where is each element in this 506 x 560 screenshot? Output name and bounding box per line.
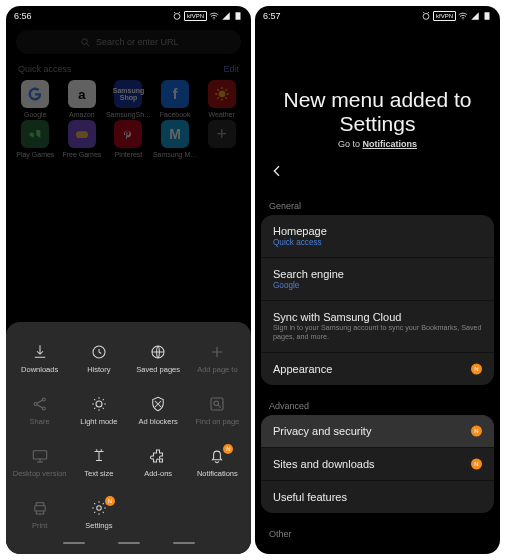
qa-item-freegames[interactable]: Free Games [59, 120, 106, 158]
google-icon [21, 80, 49, 108]
signal-icon [221, 11, 231, 21]
menu-label: Ad blockers [139, 417, 178, 426]
signal-icon [470, 11, 480, 21]
qa-label: Play Games [16, 151, 54, 158]
qa-item-samsungshop[interactable]: SamsungShop SamsungSh… [105, 80, 152, 118]
qa-item-samsung-members[interactable]: M Samsung M… [152, 120, 199, 158]
svg-point-0 [174, 13, 180, 19]
settings-row-search-engine[interactable]: Search engineGoogle [261, 257, 494, 300]
qa-add-shortcut[interactable]: + [198, 120, 245, 158]
settings-row-homepage[interactable]: HomepageQuick access [261, 215, 494, 257]
edit-link[interactable]: Edit [223, 64, 239, 74]
svg-point-14 [214, 401, 219, 406]
qa-item-playgames[interactable]: Play Games [12, 120, 59, 158]
new-badge: N [471, 458, 482, 469]
qa-item-google[interactable]: Google [12, 80, 59, 118]
svg-point-19 [463, 18, 464, 19]
addons-icon [149, 447, 167, 465]
row-title: Privacy and security [273, 425, 482, 437]
settings-headline: New menu added to Settings Go to Notific… [255, 22, 500, 157]
svg-point-9 [34, 403, 37, 406]
qa-label: Pinterest [115, 151, 143, 158]
quick-access-header: Quick access Edit [6, 62, 251, 80]
menu-label: Add page to [197, 365, 237, 374]
settings-row-privacy-and-security[interactable]: Privacy and securityN [261, 415, 494, 447]
status-bar: 6:57 kfVPN [255, 6, 500, 22]
svg-rect-2 [236, 12, 241, 20]
qa-label: Google [24, 111, 47, 118]
browser-home-dimmed: Search or enter URL Quick access Edit Go… [6, 22, 251, 158]
menu-item-print: Print [10, 488, 69, 540]
card-advanced: Privacy and securityNSites and downloads… [261, 415, 494, 513]
menu-item-addons[interactable]: Add-ons [129, 436, 188, 488]
new-badge: N [471, 363, 482, 374]
menu-item-share: Share [10, 384, 69, 436]
menu-label: Find on page [195, 417, 239, 426]
svg-point-11 [42, 407, 45, 410]
row-title: Sync with Samsung Cloud [273, 311, 482, 323]
menu-item-download[interactable]: Downloads [10, 332, 69, 384]
qa-item-weather[interactable]: Weather [198, 80, 245, 118]
saved-icon [149, 343, 167, 361]
menu-label: Share [30, 417, 50, 426]
battery-icon [233, 11, 243, 21]
menu-item-history[interactable]: History [69, 332, 128, 384]
menu-label: Light mode [80, 417, 117, 426]
row-title: Homepage [273, 225, 482, 237]
settings-row-sync-with-samsung-cloud[interactable]: Sync with Samsung CloudSign in to your S… [261, 300, 494, 351]
row-value: Quick access [273, 238, 482, 247]
qa-label: SamsungSh… [106, 111, 151, 118]
wifi-icon [458, 11, 468, 21]
notifications-link[interactable]: Notifications [363, 139, 418, 149]
svg-point-6 [122, 127, 135, 140]
menu-item-settings[interactable]: NSettings [69, 488, 128, 540]
search-icon [80, 37, 91, 48]
svg-point-12 [96, 401, 102, 407]
card-general: HomepageQuick accessSearch engineGoogleS… [261, 215, 494, 384]
section-label-general: General [255, 185, 500, 215]
row-value: Google [273, 281, 482, 290]
svg-rect-13 [211, 398, 223, 410]
settings-row-appearance[interactable]: AppearanceN [261, 352, 494, 385]
free-games-icon [68, 120, 96, 148]
svg-rect-16 [34, 506, 45, 511]
row-title: Search engine [273, 268, 482, 280]
plus-icon [208, 343, 226, 361]
svg-point-1 [214, 18, 215, 19]
qa-item-amazon[interactable]: a Amazon [59, 80, 106, 118]
section-label-advanced: Advanced [255, 385, 500, 415]
menu-item-textsize[interactable]: Text size [69, 436, 128, 488]
samsung-members-icon: M [161, 120, 189, 148]
menu-item-bell[interactable]: NNotifications [188, 436, 247, 488]
settings-row-sites-and-downloads[interactable]: Sites and downloadsN [261, 447, 494, 480]
qa-label: Facebook [160, 111, 191, 118]
share-icon [31, 395, 49, 413]
row-title: Useful features [273, 491, 482, 503]
menu-label: Saved pages [136, 365, 180, 374]
quick-access-title: Quick access [18, 64, 72, 74]
new-badge: N [105, 496, 115, 506]
clock: 6:56 [14, 11, 32, 21]
url-search-bar[interactable]: Search or enter URL [16, 30, 241, 54]
qa-label: Samsung M… [153, 151, 197, 158]
menu-item-sun[interactable]: Light mode [69, 384, 128, 436]
qa-item-facebook[interactable]: f Facebook [152, 80, 199, 118]
new-badge: N [471, 425, 482, 436]
menu-item-saved[interactable]: Saved pages [129, 332, 188, 384]
svg-point-18 [423, 13, 429, 19]
vpn-tag: kfVPN [184, 11, 207, 21]
search-placeholder: Search or enter URL [96, 37, 179, 47]
back-button[interactable] [255, 157, 500, 185]
svg-rect-15 [33, 451, 47, 459]
samsung-shop-icon: SamsungShop [114, 80, 142, 108]
svg-point-4 [218, 91, 225, 98]
qa-item-pinterest[interactable]: Pinterest [105, 120, 152, 158]
row-title: Appearance [273, 363, 482, 375]
quick-access-grid: Google a Amazon SamsungShop SamsungSh… f… [6, 80, 251, 158]
history-icon [90, 343, 108, 361]
download-icon [31, 343, 49, 361]
settings-row-useful-features[interactable]: Useful features [261, 480, 494, 513]
menu-label: Settings [85, 521, 112, 530]
phone-right-settings: 6:57 kfVPN New menu added to Settings Go… [255, 6, 500, 554]
menu-item-shield[interactable]: Ad blockers [129, 384, 188, 436]
